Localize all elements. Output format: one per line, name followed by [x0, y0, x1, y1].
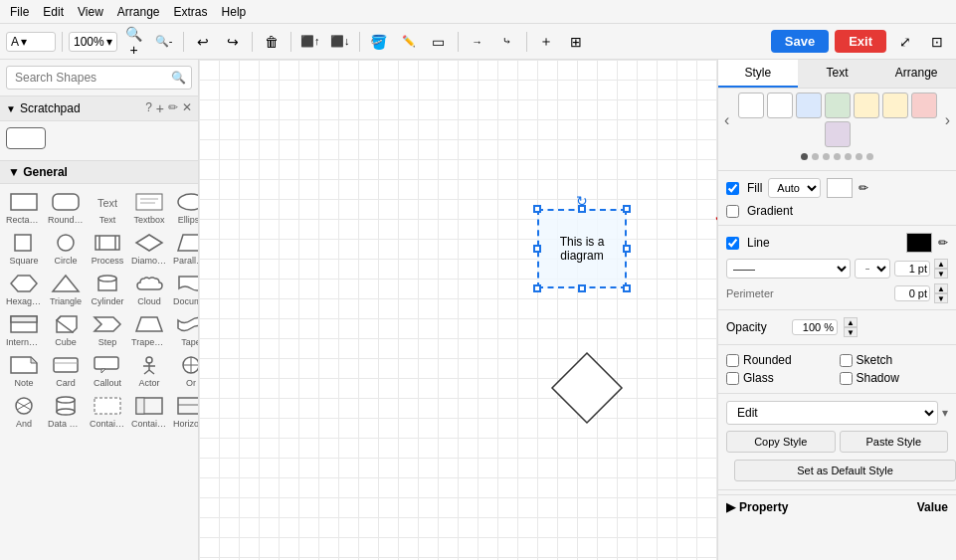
scratchpad-close-icon[interactable]: ✕: [182, 100, 192, 116]
zoom-control[interactable]: 100% ▾: [69, 32, 117, 52]
handle-br[interactable]: [623, 284, 631, 292]
swatch-next-button[interactable]: ›: [941, 107, 954, 133]
shape-triangle[interactable]: Triangle: [46, 270, 86, 308]
menu-view[interactable]: View: [72, 3, 109, 21]
shape-step[interactable]: Step: [88, 310, 127, 349]
exit-button[interactable]: Exit: [835, 30, 886, 53]
table-button[interactable]: ⊞: [563, 29, 589, 55]
swatch-7[interactable]: [825, 121, 851, 147]
expand-button[interactable]: ⊡: [924, 29, 950, 55]
handle-ml[interactable]: [533, 245, 541, 253]
shape-container2[interactable]: Contain...: [129, 392, 169, 431]
fullscreen-button[interactable]: ⤢: [892, 29, 918, 55]
shadow-button[interactable]: ▭: [426, 29, 452, 55]
undo-button[interactable]: ↩: [190, 29, 216, 55]
handle-mr[interactable]: [623, 245, 631, 253]
menu-arrange[interactable]: Arrange: [111, 3, 166, 21]
tab-text[interactable]: Text: [798, 60, 877, 88]
fill-checkbox[interactable]: [726, 182, 739, 195]
connection-button[interactable]: →: [465, 29, 490, 55]
line-width-up[interactable]: ▲: [934, 259, 948, 269]
shape-rounded-rect[interactable]: Rounde...: [46, 188, 86, 227]
shape-trapezoid[interactable]: Trapezo...: [129, 310, 169, 349]
canvas[interactable]: ↻ This is adiagram: [199, 60, 717, 560]
dot-5[interactable]: [856, 153, 862, 160]
shape-internal[interactable]: Internal...: [4, 310, 44, 349]
category-general[interactable]: ▼ General: [0, 161, 198, 184]
handle-tr[interactable]: [623, 205, 631, 213]
scratchpad-collapse-icon[interactable]: ▼: [6, 103, 16, 114]
fill-color-picker[interactable]: [827, 178, 853, 198]
edit-select[interactable]: Edit: [726, 401, 938, 425]
set-default-button[interactable]: Set as Default Style: [734, 460, 956, 481]
shape-text[interactable]: Text Text: [88, 188, 127, 227]
line-style-select[interactable]: —— - - - · · ·: [726, 259, 851, 279]
diamond-element[interactable]: [547, 348, 627, 431]
handle-bm[interactable]: [578, 284, 586, 292]
copy-style-button[interactable]: Copy Style: [726, 431, 836, 453]
perimeter-dn[interactable]: ▼: [934, 293, 948, 303]
shadow-checkbox[interactable]: [840, 372, 853, 385]
rounded-checkbox[interactable]: [726, 354, 739, 367]
menu-file[interactable]: File: [4, 3, 35, 21]
handle-tl[interactable]: [533, 205, 541, 213]
zoom-out-button[interactable]: 🔍-: [151, 29, 177, 55]
shape-textbox[interactable]: Textbox: [129, 188, 169, 227]
waypoint-button[interactable]: ⤷: [494, 29, 520, 55]
scratchpad-edit-icon[interactable]: ✏: [168, 100, 178, 116]
save-button[interactable]: Save: [771, 30, 829, 53]
shape-square[interactable]: Square: [4, 229, 44, 268]
sketch-checkbox[interactable]: [840, 354, 853, 367]
menu-extras[interactable]: Extras: [168, 3, 214, 21]
shape-ellipse[interactable]: Ellipse: [171, 188, 198, 227]
format-selector[interactable]: A ▾: [6, 32, 56, 52]
shape-parallelogram[interactable]: Parallel...: [171, 229, 198, 268]
fill-auto-select[interactable]: Auto: [768, 178, 821, 198]
gradient-checkbox[interactable]: [726, 205, 739, 218]
selected-element[interactable]: ↻ This is adiagram: [537, 209, 627, 288]
glass-checkbox[interactable]: [726, 372, 739, 385]
shape-document[interactable]: Docum...: [171, 270, 198, 308]
menu-edit[interactable]: Edit: [37, 3, 70, 21]
swatch-2[interactable]: [796, 93, 822, 118]
swatch-5[interactable]: [882, 93, 908, 118]
to-front-button[interactable]: ⬛↑: [297, 29, 323, 55]
menu-help[interactable]: Help: [216, 3, 253, 21]
shape-container1[interactable]: Contain...: [88, 392, 127, 431]
shape-tape[interactable]: Tape: [171, 310, 198, 349]
line-width-dn[interactable]: ▼: [934, 269, 948, 279]
perimeter-up[interactable]: ▲: [934, 283, 948, 293]
paste-style-button[interactable]: Paste Style: [840, 431, 949, 453]
line-checkbox[interactable]: [726, 237, 739, 250]
line-color-picker[interactable]: [906, 233, 932, 253]
tab-arrange[interactable]: Arrange: [876, 60, 956, 88]
shape-cube[interactable]: Cube: [46, 310, 86, 349]
dot-2[interactable]: [823, 153, 830, 160]
tab-style[interactable]: Style: [718, 60, 798, 88]
to-back-button[interactable]: ⬛↓: [327, 29, 353, 55]
shape-hexagon[interactable]: Hexagon: [4, 270, 44, 308]
shape-process[interactable]: Process: [88, 229, 127, 268]
swatch-1[interactable]: [767, 93, 793, 118]
shape-and[interactable]: And: [4, 392, 44, 431]
dot-0[interactable]: [801, 153, 808, 160]
shape-cloud[interactable]: Cloud: [129, 270, 169, 308]
dot-3[interactable]: [834, 153, 841, 160]
insert-button[interactable]: ＋: [533, 29, 559, 55]
line-color-button[interactable]: ✏️: [396, 29, 422, 55]
dot-4[interactable]: [845, 153, 852, 160]
redo-button[interactable]: ↪: [220, 29, 246, 55]
scratchpad-add-icon[interactable]: +: [156, 100, 164, 116]
shape-rectangle[interactable]: Rectang...: [4, 188, 44, 227]
shape-datastore[interactable]: Data St...: [46, 392, 86, 431]
search-input[interactable]: [6, 66, 192, 90]
shape-or[interactable]: Or: [171, 351, 198, 390]
shape-card[interactable]: Card: [46, 351, 86, 390]
line-edit-button[interactable]: ✏: [938, 236, 948, 250]
opacity-input[interactable]: [792, 319, 838, 335]
swatch-prev-button[interactable]: ‹: [720, 107, 733, 133]
line-width-input[interactable]: [894, 261, 930, 277]
shape-diamond[interactable]: Diamond: [129, 229, 169, 268]
swatch-4[interactable]: [854, 93, 879, 118]
swatch-3[interactable]: [825, 93, 851, 118]
